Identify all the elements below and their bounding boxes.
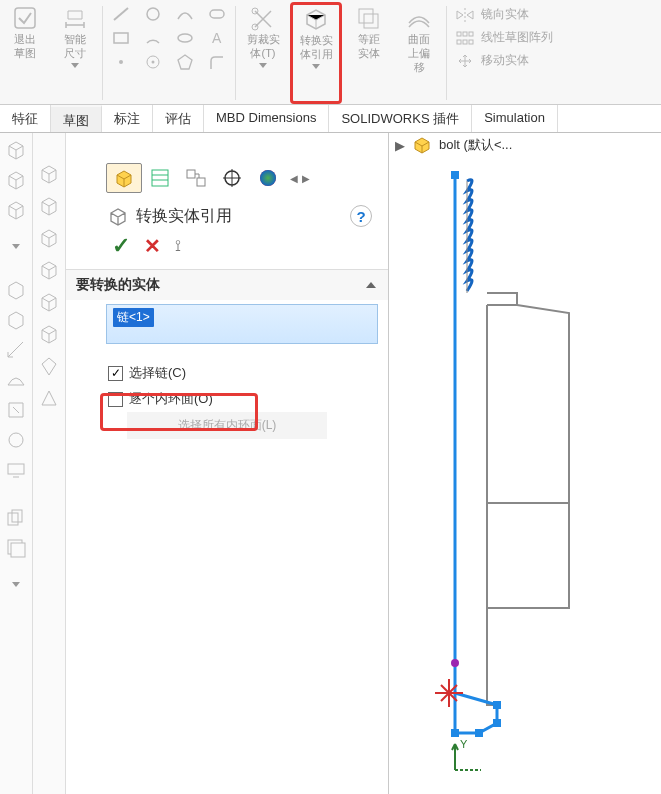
svg-point-30 [260,170,276,186]
chevron-down-icon[interactable] [12,244,20,249]
trim-label-1: 剪裁实 [247,33,280,46]
move-label: 移动实体 [481,52,529,69]
shape-tools-row: A [105,26,233,50]
section-header[interactable]: 要转换的实体 [66,269,388,300]
wrap-icon[interactable] [5,399,27,421]
cube-icon[interactable] [38,163,60,185]
cube-icon[interactable] [5,309,27,331]
polygon-icon[interactable] [173,52,197,72]
surf-label-3: 移 [414,61,425,74]
ellipse-icon[interactable] [173,28,197,48]
cube-icon[interactable] [38,291,60,313]
axis-y-label: Y [460,738,468,750]
offset-button[interactable]: 等距 实体 [348,4,390,60]
exit-label-2: 草图 [14,47,36,60]
cube-icon[interactable] [5,279,27,301]
copy-icon[interactable] [5,507,27,529]
trim-button[interactable]: 剪裁实 体(T) [242,4,284,68]
surf-offset-group: 曲面 上偏 移 [394,2,444,104]
cube-icon[interactable] [38,195,60,217]
list-item[interactable]: 链<1> [113,308,154,327]
tab-mbd[interactable]: MBD Dimensions [204,105,329,132]
convert-label-1: 转换实 [300,34,333,47]
convert-entities-group: 转换实 体引用 [290,2,342,104]
svg-point-4 [178,34,192,42]
dome-icon[interactable] [5,369,27,391]
chevron-down-icon[interactable] [312,64,320,69]
rect-icon[interactable] [109,28,133,48]
cube-icon[interactable] [38,227,60,249]
move-entities-button[interactable]: 移动实体 [455,52,553,69]
cube-icon[interactable] [5,169,27,191]
part-name[interactable]: bolt (默认<... [439,136,512,154]
feature-tree-tab[interactable] [106,163,142,193]
expand-icon[interactable]: ▶ [395,138,405,153]
appearance-tab[interactable] [250,163,286,193]
line-icon[interactable] [109,4,133,24]
coord-axes-icon: Y [447,738,487,778]
surf-offset-button[interactable]: 曲面 上偏 移 [398,4,440,74]
cube-icon[interactable] [38,323,60,345]
svg-rect-0 [15,8,35,28]
misc-tools-row [105,50,233,74]
svg-point-36 [451,659,459,667]
config-tab[interactable] [178,163,214,193]
pattern-icon [455,30,475,46]
chevron-down-icon[interactable] [71,63,79,68]
cube-icon[interactable] [5,139,27,161]
tab-annotate[interactable]: 标注 [102,105,153,132]
convert-entities-icon [106,205,130,227]
select-chain-label: 选择链(C) [129,364,186,382]
exit-sketch-button[interactable]: 退出 草图 [4,4,46,60]
svg-rect-11 [359,9,373,23]
target-tab[interactable] [214,163,250,193]
tab-features[interactable]: 特征 [0,105,51,132]
nav-right-icon[interactable]: ▶ [302,173,310,184]
surf-label-2: 上偏 [408,47,430,60]
convert-entities-button[interactable]: 转换实 体引用 [295,5,337,69]
trim-label-2: 体(T) [250,47,275,60]
arc-icon[interactable] [141,28,165,48]
ok-button[interactable]: ✓ [112,233,130,259]
svg-rect-15 [469,32,473,36]
help-button[interactable]: ? [350,205,372,227]
main-area: ◀ ▶ 转换实体引用 ? ✓ ✕ ⟟ 要转换的实体 链<1> 选择链(C) 逐个… [0,133,661,794]
display-icon[interactable] [5,459,27,481]
offset-label-1: 等距 [358,33,380,46]
slot-icon[interactable] [205,4,229,24]
tool-icon[interactable] [5,429,27,451]
tab-simulation[interactable]: Simulation [472,105,558,132]
property-tab[interactable] [142,163,178,193]
tab-sketch[interactable]: 草图 [51,105,102,132]
collapse-icon [366,282,376,288]
scale-icon[interactable] [5,339,27,361]
circle-icon[interactable] [141,4,165,24]
tab-evaluate[interactable]: 评估 [153,105,204,132]
smart-dim-button[interactable]: 智能 尺寸 [54,4,96,68]
dim-label-1: 智能 [64,33,86,46]
select-chain-checkbox[interactable] [108,366,123,381]
chevron-down-icon[interactable] [259,63,267,68]
linear-pattern-button[interactable]: 线性草图阵列 [455,29,553,46]
spline-icon[interactable] [173,4,197,24]
cancel-button[interactable]: ✕ [144,234,161,258]
cube-icon[interactable] [5,199,27,221]
cube-icon[interactable] [38,259,60,281]
center-icon[interactable] [141,52,165,72]
svg-rect-17 [463,40,467,44]
tab-addins[interactable]: SOLIDWORKS 插件 [329,105,472,132]
mirror-entities-button[interactable]: 镜向实体 [455,6,553,23]
nav-left-icon[interactable]: ◀ [290,173,298,184]
slice-icon[interactable] [38,387,60,409]
pin-button[interactable]: ⟟ [175,237,181,255]
text-icon[interactable]: A [205,28,229,48]
stack-icon[interactable] [5,537,27,559]
chevron-down-icon[interactable] [12,582,20,587]
graphics-viewport[interactable]: ▶ bolt (默认<... [389,133,661,794]
point-icon[interactable] [109,52,133,72]
gem-icon[interactable] [38,355,60,377]
fillet-icon[interactable] [205,52,229,72]
svg-rect-35 [475,729,483,737]
selection-list[interactable]: 链<1> [106,304,378,344]
select-chain-row: 选择链(C) [108,364,388,382]
